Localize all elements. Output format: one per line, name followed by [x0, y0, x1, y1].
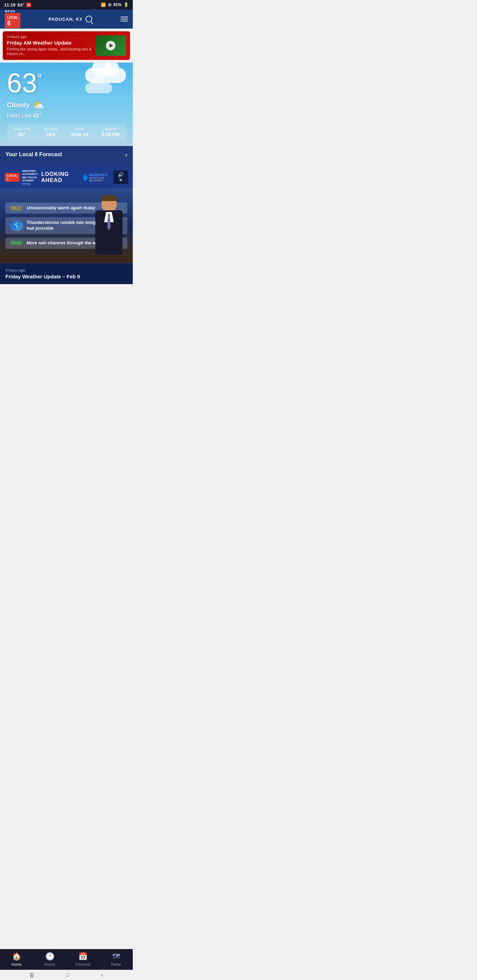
- article-title: Friday Weather Update – Feb 9: [5, 274, 127, 279]
- degree-symbol: °: [37, 72, 42, 86]
- local6-badge: LOCAL6: [5, 173, 19, 182]
- temp-status: 63°: [18, 2, 24, 8]
- app-header: WPSD LOCAL6 PADUCAH, KY: [0, 10, 133, 29]
- condition-row: Cloudy ⛅: [7, 99, 126, 111]
- mild-text: Unseasonably warm again today: [27, 205, 95, 211]
- video-thumbnail-bg: [95, 35, 126, 56]
- news-thumbnail[interactable]: [95, 35, 126, 56]
- status-left: 11:19 63° ✕: [4, 2, 31, 8]
- battery-icon: 🔋: [124, 2, 129, 7]
- wpsd-logo: WPSD LOCAL6: [5, 10, 21, 28]
- sponsor-name: INGRAM'S: [89, 173, 113, 177]
- local6-logo: LOCAL6: [5, 13, 21, 28]
- sponsor-circle-icon: [83, 174, 88, 180]
- news-timestamp: 4 hours ago: [7, 35, 92, 39]
- news-description: Feeling like spring again today...and tr…: [7, 47, 92, 56]
- temperature-display: 63°: [7, 69, 42, 97]
- anchor-figure: [89, 195, 129, 263]
- video-logo-area: LOCAL6 WEATHERAUTHORITYWE TRACK STORMS W…: [5, 169, 41, 185]
- forecast-header[interactable]: Your Local 6 Forecast ›: [5, 151, 127, 159]
- stat-humidity: Humidity 76%: [43, 127, 58, 137]
- feels-like-temp: 62°: [33, 113, 41, 118]
- cloud-icon: ⛅: [33, 99, 45, 111]
- news-headline: Friday AM Weather Update: [7, 40, 92, 46]
- humidity-label: Humidity: [43, 127, 58, 131]
- battery-level: 81%: [113, 2, 121, 7]
- article-timestamp: 4 hours ago: [5, 268, 127, 272]
- humidity-value: 76%: [43, 132, 58, 137]
- anchor-head: [102, 195, 117, 212]
- news-text: 4 hours ago Friday AM Weather Update Fee…: [7, 35, 92, 56]
- temp-value: 63: [7, 68, 37, 98]
- status-right: 📶 ⊘ 81% 🔋: [101, 2, 129, 7]
- mute-button[interactable]: 🔊 ✕: [113, 170, 128, 184]
- menu-line-3: [121, 21, 128, 21]
- stat-wind: Wind SSW 10: [71, 127, 88, 137]
- anchor-body: [95, 210, 123, 255]
- weather-authority-text: WEATHERAUTHORITYWE TRACK STORMS: [22, 169, 41, 182]
- play-button[interactable]: [106, 41, 115, 50]
- local6-logo-video: LOCAL6: [5, 173, 19, 182]
- cloud-2: [85, 83, 112, 93]
- video-header: LOCAL6 WEATHERAUTHORITYWE TRACK STORMS W…: [0, 167, 133, 188]
- logo-area: WPSD LOCAL6: [5, 10, 21, 28]
- video-headline: LOOKING AHEAD: [41, 171, 83, 183]
- no-disturb-icon: ⊘: [108, 2, 111, 7]
- wind-value: SSW 10: [71, 132, 88, 137]
- sponsor-text: INGRAM'S WATER & AIR EQUIPMENT: [89, 173, 113, 182]
- stat-sunset: Sunset 5:28 PM: [102, 127, 120, 137]
- menu-line-2: [121, 19, 128, 19]
- anchor-hair: [102, 195, 117, 201]
- stat-dew-point: Dew Point 55°: [13, 127, 30, 137]
- search-icon[interactable]: [85, 16, 92, 22]
- forecast-section[interactable]: Your Local 6 Forecast ›: [0, 146, 133, 167]
- bottom-spacer: [0, 284, 133, 325]
- wind-label: Wind: [71, 127, 88, 131]
- sponsor-logo: INGRAM'S WATER & AIR EQUIPMENT: [83, 173, 113, 182]
- weather-stats: Dew Point 55° Humidity 76% Wind SSW 10 S…: [7, 124, 126, 140]
- weather-authority-block: WEATHERAUTHORITYWE TRACK STORMS WPSD: [22, 169, 41, 185]
- news-banner[interactable]: 4 hours ago Friday AM Weather Update Fee…: [3, 31, 130, 60]
- wpsd-text: WPSD: [5, 10, 15, 13]
- forecast-arrow-icon[interactable]: ›: [125, 151, 127, 159]
- sunset-label: Sunset: [102, 127, 120, 131]
- article-preview[interactable]: 4 hours ago Friday Weather Update – Feb …: [0, 263, 133, 284]
- sponsor-sub: WATER & AIR EQUIPMENT: [89, 177, 113, 182]
- dew-point-label: Dew Point: [13, 127, 30, 131]
- play-icon: [110, 43, 113, 48]
- feels-like: Feels Like 62°: [7, 113, 126, 119]
- wifi-icon: 📶: [101, 2, 106, 7]
- location-display[interactable]: PADUCAH, KY: [49, 16, 92, 22]
- status-bar: 11:19 63° ✕ 📶 ⊘ 81% 🔋: [0, 0, 133, 10]
- video-section: LOCAL6 WEATHERAUTHORITYWE TRACK STORMS W…: [0, 167, 133, 263]
- condition-text: Cloudy: [7, 101, 30, 109]
- rain-badge: RAIN: [10, 240, 23, 246]
- forecast-title: Your Local 6 Forecast: [5, 151, 62, 158]
- cloud-1: [85, 68, 126, 83]
- menu-button[interactable]: [121, 17, 128, 21]
- storm-badge-icon: 🌎: [10, 220, 23, 231]
- mild-badge: MILD: [10, 205, 23, 211]
- menu-line-1: [121, 17, 128, 18]
- weather-section: 63° Cloudy ⛅ Feels Like 62° Dew Point 55…: [0, 63, 133, 146]
- location-text: PADUCAH, KY: [49, 17, 83, 22]
- sunset-value: 5:28 PM: [102, 132, 120, 137]
- wpsd-label: WPSD: [22, 182, 41, 185]
- time-display: 11:19: [4, 2, 15, 8]
- feels-like-label: Feels Like: [7, 113, 32, 118]
- video-content: MILD Unseasonably warm again today 🌎 Thu…: [0, 188, 133, 263]
- dew-point-value: 55°: [13, 132, 30, 137]
- close-icon: ✕: [26, 3, 31, 7]
